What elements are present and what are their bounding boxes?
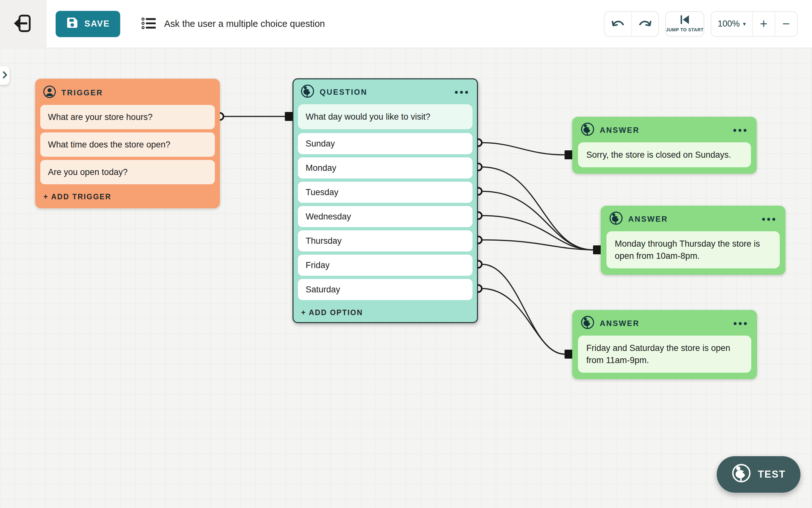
chatbot-icon <box>300 84 315 100</box>
question-option[interactable]: Friday <box>298 255 473 276</box>
chevron-down-icon: ▾ <box>743 20 746 28</box>
chatbot-icon <box>731 463 751 485</box>
input-port-answer2[interactable] <box>593 245 601 254</box>
toolbar: SAVE Ask the user a multiple choice ques… <box>0 0 812 48</box>
answer-node[interactable]: ANSWER Monday through Thursday the store… <box>601 206 785 275</box>
chatbot-icon <box>580 315 594 331</box>
undo-redo-group <box>604 11 659 37</box>
test-button-label: TEST <box>758 469 785 480</box>
more-menu-icon[interactable] <box>733 129 747 132</box>
answer-node[interactable]: ANSWER Friday and Saturday the store is … <box>572 310 757 379</box>
zoom-out-button[interactable]: − <box>775 12 797 36</box>
back-button-area <box>0 0 47 48</box>
jump-to-start-group: JUMP TO START <box>665 11 704 37</box>
exit-arrow-icon <box>13 13 33 35</box>
redo-button[interactable] <box>631 12 658 36</box>
input-port-answer1[interactable] <box>565 151 573 159</box>
page-title: Ask the user a multiple choice question <box>164 18 325 29</box>
save-floppy-icon <box>66 16 79 31</box>
input-port-question[interactable] <box>285 112 293 121</box>
trigger-item[interactable]: What time does the store open? <box>40 132 215 157</box>
answer-node[interactable]: ANSWER Sorry, the store is closed on Sun… <box>572 117 757 174</box>
undo-icon <box>611 17 625 31</box>
question-option[interactable]: Wednesday <box>298 206 473 227</box>
answer-node-label: ANSWER <box>600 126 640 135</box>
expand-panel-tab[interactable] <box>0 66 10 85</box>
trigger-node-label: TRIGGER <box>61 88 103 97</box>
person-icon <box>43 85 56 100</box>
wire-wednesday-answer2 <box>482 216 593 250</box>
wire-friday-answer3 <box>482 264 565 354</box>
add-option-button[interactable]: + ADD OPTION <box>298 303 473 321</box>
save-button-label: SAVE <box>84 19 110 29</box>
trigger-node[interactable]: TRIGGER What are your store hours? What … <box>35 79 220 208</box>
answer-text[interactable]: Sorry, the store is closed on Sundays. <box>578 142 751 167</box>
question-option[interactable]: Thursday <box>298 230 473 251</box>
jump-to-start-label: JUMP TO START <box>666 27 704 32</box>
chatbot-icon <box>580 122 594 138</box>
zoom-in-button[interactable]: + <box>752 12 775 36</box>
choice-list-icon <box>141 17 156 31</box>
answer-text[interactable]: Monday through Thursday the store is ope… <box>607 231 780 268</box>
question-node-header: QUESTION <box>298 85 473 99</box>
question-node[interactable]: QUESTION What day would you like to visi… <box>292 78 478 323</box>
input-port-answer3[interactable] <box>565 350 573 358</box>
flow-title-area: Ask the user a multiple choice question <box>141 17 325 31</box>
zoom-level-dropdown[interactable]: 100% ▾ <box>711 12 752 36</box>
question-option[interactable]: Tuesday <box>298 182 473 203</box>
trigger-item[interactable]: Are you open today? <box>40 160 215 184</box>
chatbot-icon <box>609 211 623 227</box>
wire-tuesday-answer2 <box>482 191 593 250</box>
wire-sunday-answer1 <box>482 143 565 155</box>
question-node-label: QUESTION <box>320 88 367 97</box>
answer-node-label: ANSWER <box>628 215 668 224</box>
save-button[interactable]: SAVE <box>56 11 120 37</box>
wire-thursday-answer2 <box>482 240 593 250</box>
undo-button[interactable] <box>605 12 631 36</box>
trigger-node-header: TRIGGER <box>40 86 215 100</box>
answer-node-header: ANSWER <box>578 123 751 137</box>
question-option[interactable]: Sunday <box>298 133 473 154</box>
answer-text[interactable]: Friday and Saturday the store is open fr… <box>578 336 751 373</box>
answer-node-header: ANSWER <box>578 316 751 331</box>
test-button[interactable]: TEST <box>717 456 801 493</box>
add-trigger-button[interactable]: + ADD TRIGGER <box>40 187 215 205</box>
wire-saturday-answer3 <box>482 289 565 354</box>
trigger-item[interactable]: What are your store hours? <box>40 105 215 129</box>
jump-to-start-button[interactable]: JUMP TO START <box>666 12 704 36</box>
chevron-right-icon <box>2 71 7 80</box>
more-menu-icon[interactable] <box>762 218 775 221</box>
more-menu-icon[interactable] <box>734 322 747 325</box>
question-option[interactable]: Saturday <box>298 279 473 300</box>
zoom-group: 100% ▾ + − <box>711 11 798 37</box>
question-option[interactable]: Monday <box>298 157 473 178</box>
wire-monday-answer2 <box>482 167 593 250</box>
more-menu-icon[interactable] <box>455 91 468 94</box>
question-text[interactable]: What day would you like to visit? <box>298 104 473 129</box>
redo-icon <box>638 17 653 31</box>
toolbar-right-controls: JUMP TO START 100% ▾ + − <box>604 11 798 37</box>
flow-canvas[interactable]: TRIGGER What are your store hours? What … <box>0 48 812 508</box>
answer-node-label: ANSWER <box>600 319 640 328</box>
answer-node-header: ANSWER <box>607 212 780 226</box>
zoom-level-value: 100% <box>718 19 740 29</box>
skip-to-start-icon <box>680 15 689 25</box>
back-button[interactable] <box>11 12 35 36</box>
